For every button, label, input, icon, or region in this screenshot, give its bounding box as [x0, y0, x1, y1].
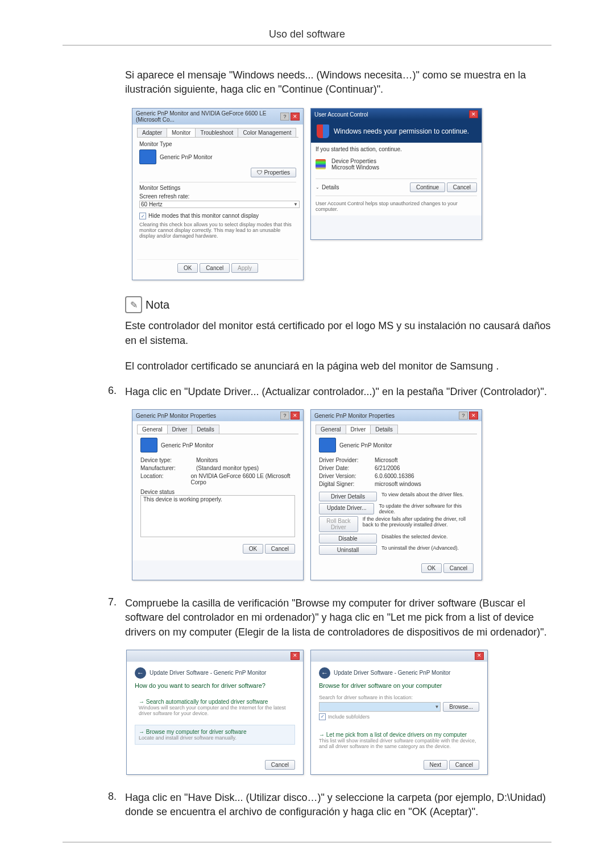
next-button[interactable]: Next	[424, 760, 448, 770]
rollback-desc: If the device fails after updating the d…	[363, 516, 474, 532]
tab-color-management[interactable]: Color Management	[238, 128, 296, 137]
signer-value: microsoft windows	[375, 481, 421, 487]
dialog-titlebar: Generic PnP Monitor Properties ?✕	[132, 410, 303, 421]
back-icon[interactable]: ←	[135, 667, 146, 679]
back-icon[interactable]: ←	[319, 667, 330, 679]
device-type-label: Device type:	[140, 457, 192, 463]
wizard-title: Update Driver Software - Generic PnP Mon…	[334, 670, 450, 676]
tab-driver[interactable]: Driver	[167, 425, 193, 434]
window-controls: ?✕	[459, 412, 478, 420]
monitor-settings-label: Monitor Settings	[139, 185, 296, 191]
continue-button[interactable]: Continue	[410, 182, 445, 192]
cancel-button[interactable]: Cancel	[447, 182, 477, 192]
location-combo[interactable]: ▼	[319, 702, 441, 712]
cancel-button[interactable]: Cancel	[265, 544, 295, 554]
driver-details-desc: To view details about the driver files.	[381, 492, 464, 501]
tab-details[interactable]: Details	[370, 425, 398, 434]
uac-footer-text: User Account Control helps stop unauthor…	[316, 201, 477, 212]
dialog-title: Generic PnP Monitor Properties	[136, 413, 216, 419]
option-desc: Windows will search your computer and th…	[139, 705, 291, 716]
version-value: 6.0.6000.16386	[375, 473, 414, 479]
step-text: Haga clic en "Update Driver... (Actualiz…	[125, 385, 551, 399]
tab-general[interactable]: General	[137, 425, 168, 434]
chevron-down-icon: ▼	[293, 202, 298, 207]
cancel-button[interactable]: Cancel	[449, 760, 479, 770]
update-driver-button[interactable]: Update Driver...	[319, 503, 374, 514]
tab-general[interactable]: General	[316, 425, 346, 434]
cancel-button[interactable]: Cancel	[265, 760, 295, 770]
help-icon[interactable]: ?	[280, 412, 289, 420]
driver-details-button[interactable]: Driver Details	[319, 492, 377, 501]
close-icon[interactable]: ✕	[475, 652, 484, 660]
option-desc: This list will show installed driver sof…	[319, 738, 479, 749]
window-controls: ?✕	[280, 412, 300, 420]
uac-dialog: User Account Control ✕ Windows needs you…	[310, 108, 482, 240]
ok-button[interactable]: OK	[243, 544, 263, 554]
device-name: Generic PnP Monitor	[161, 442, 214, 448]
include-subfolders-label: Include subfolders	[328, 714, 370, 720]
monitor-icon	[319, 438, 336, 452]
window-controls: ✕	[469, 110, 478, 118]
wizard-heading: Browse for driver software on your compu…	[319, 682, 479, 689]
cancel-button[interactable]: Cancel	[200, 263, 230, 273]
wizard-heading: How do you want to search for driver sof…	[135, 682, 295, 689]
device-status-text: This device is working properly.	[143, 496, 222, 502]
manufacturer-value: (Standard monitor types)	[196, 465, 259, 471]
pick-from-list-option[interactable]: → Let me pick from a list of device driv…	[319, 728, 479, 753]
document-page: Uso del software Si aparece el mensaje "…	[0, 0, 614, 865]
tab-troubleshoot[interactable]: Troubleshoot	[195, 128, 238, 137]
uninstall-button[interactable]: Uninstall	[319, 545, 377, 555]
hide-modes-checkbox[interactable]: ✓	[139, 213, 146, 219]
dialog-titlebar: Generic PnP Monitor and NVIDIA GeForce 6…	[132, 109, 303, 124]
location-label: Location:	[140, 473, 186, 485]
search-auto-option[interactable]: → Search automatically for updated drive…	[135, 695, 295, 720]
dialog-title: Generic PnP Monitor and NVIDIA GeForce 6…	[136, 110, 280, 123]
step-text: Compruebe la casilla de verificación "Br…	[125, 596, 551, 639]
include-subfolders-checkbox[interactable]: ✓	[319, 713, 326, 720]
refresh-rate-label: Screen refresh rate:	[139, 193, 296, 200]
tab-monitor[interactable]: Monitor	[167, 128, 196, 137]
properties-button[interactable]: 🛡 Properties	[251, 168, 296, 177]
step-7: 7. Compruebe la casilla de verificación …	[108, 596, 551, 639]
close-icon[interactable]: ✕	[291, 113, 300, 121]
update-wizard-browse: ✕ ← Update Driver Software - Generic PnP…	[310, 650, 488, 775]
browse-button[interactable]: Browse...	[443, 702, 479, 712]
close-icon[interactable]: ✕	[291, 652, 300, 660]
properties-button-label: Properties	[264, 169, 290, 176]
manufacturer-label: Manufacturer:	[140, 465, 192, 471]
step-number: 6.	[108, 385, 125, 399]
properties-driver-dialog: Generic PnP Monitor Properties ?✕ Genera…	[310, 409, 482, 580]
close-icon[interactable]: ✕	[291, 412, 300, 420]
ok-button[interactable]: OK	[177, 263, 198, 273]
chevron-down-icon[interactable]: ⌄	[316, 185, 320, 190]
update-driver-desc: To update the driver software for this d…	[379, 503, 474, 514]
date-value: 6/21/2006	[375, 465, 400, 471]
intro-paragraph: Si aparece el mensaje "Windows needs... …	[125, 68, 551, 97]
disable-button[interactable]: Disable	[319, 534, 377, 543]
wizard-title: Update Driver Software - Generic PnP Mon…	[150, 670, 266, 676]
refresh-rate-select[interactable]: 60 Hertz ▼	[139, 201, 300, 208]
hide-modes-label: Hide modes that this monitor cannot disp…	[148, 213, 259, 219]
tab-adapter[interactable]: Adapter	[137, 128, 167, 137]
close-icon[interactable]: ✕	[469, 110, 478, 118]
details-toggle[interactable]: Details	[322, 184, 339, 190]
monitor-properties-dialog: Generic PnP Monitor and NVIDIA GeForce 6…	[132, 108, 304, 280]
device-icon	[316, 159, 326, 169]
dialog-title: Generic PnP Monitor Properties	[314, 413, 395, 419]
monitor-name: Generic PnP Monitor	[160, 154, 213, 160]
option-label: Let me pick from a list of device driver…	[326, 732, 467, 738]
provider-value: Microsoft	[375, 457, 398, 463]
browse-option[interactable]: → Browse my computer for driver software…	[135, 725, 295, 745]
help-icon[interactable]: ?	[459, 412, 468, 420]
step-number: 7.	[108, 596, 125, 639]
step-6: 6. Haga clic en "Update Driver... (Actua…	[108, 385, 551, 399]
ok-button[interactable]: OK	[421, 563, 442, 573]
close-icon[interactable]: ✕	[469, 412, 478, 420]
tab-driver[interactable]: Driver	[346, 425, 371, 434]
help-icon[interactable]: ?	[280, 113, 289, 121]
monitor-icon	[139, 149, 156, 164]
tab-details[interactable]: Details	[192, 425, 219, 434]
tab-strip: Adapter Monitor Troubleshoot Color Manag…	[137, 128, 298, 138]
cancel-button[interactable]: Cancel	[443, 563, 474, 573]
dialog-titlebar: Generic PnP Monitor Properties ?✕	[311, 410, 482, 421]
